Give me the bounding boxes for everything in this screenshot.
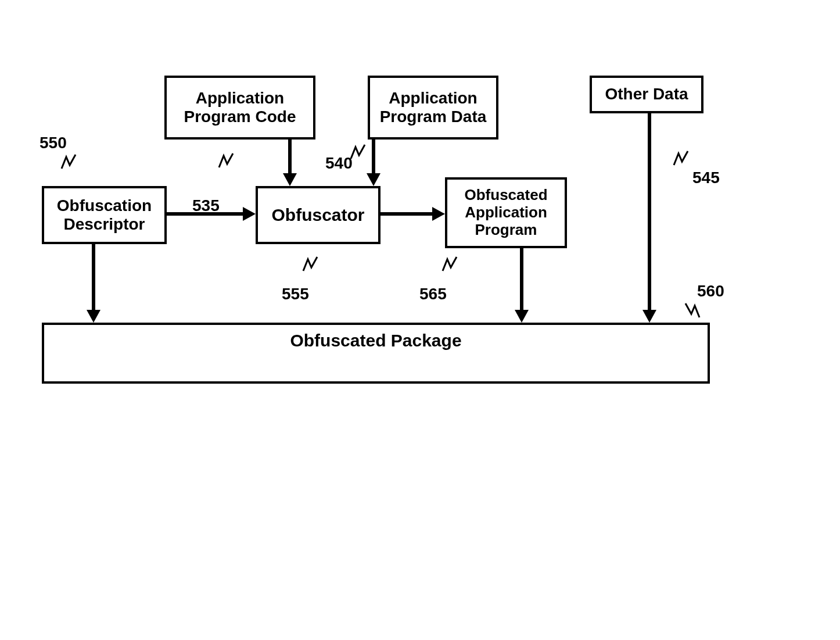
label-560: 560 [697, 282, 724, 301]
arrow-app-pkg-seg [520, 248, 523, 310]
label-565: 565 [419, 285, 447, 303]
box-app-data-text: ApplicationProgram Data [380, 89, 487, 126]
box-other-data: Other Data [590, 76, 703, 113]
arrow-appcode-obf-seg [288, 140, 292, 173]
arrow-desc-pkg-seg [92, 244, 95, 310]
arrow-obf-app-head [432, 207, 445, 221]
arrow-other-pkg-head [642, 310, 656, 323]
squiggle-565 [441, 256, 458, 272]
squiggle-555 [302, 256, 318, 272]
box-obf-app: ObfuscatedApplicationProgram [445, 177, 567, 248]
box-obf-desc: ObfuscationDescriptor [42, 186, 167, 244]
box-app-code: ApplicationProgram Code [164, 76, 315, 140]
box-obfuscator: Obfuscator [256, 186, 380, 244]
arrow-appdata-obf-head [367, 173, 380, 186]
box-obf-desc-text: ObfuscationDescriptor [57, 196, 152, 234]
arrow-appdata-obf-seg [372, 140, 375, 173]
arrow-appcode-obf-head [283, 173, 297, 186]
squiggle-550 [60, 153, 77, 170]
arrow-other-pkg-seg [648, 113, 651, 310]
box-obf-app-text: ObfuscatedApplicationProgram [464, 187, 547, 239]
label-555: 555 [282, 285, 309, 303]
box-other-data-text: Other Data [605, 85, 688, 103]
label-550: 550 [40, 134, 67, 152]
squiggle-560 [684, 302, 701, 319]
squiggle-535 [218, 152, 234, 169]
arrow-obf-app-seg [380, 212, 432, 216]
label-535: 535 [192, 196, 220, 215]
box-app-code-text: ApplicationProgram Code [184, 89, 296, 126]
box-app-data: ApplicationProgram Data [368, 76, 498, 140]
label-540: 540 [325, 154, 353, 173]
box-package-text: Obfuscated Package [290, 331, 461, 351]
label-545: 545 [692, 169, 720, 187]
arrow-desc-pkg-head [87, 310, 100, 323]
box-package: Obfuscated Package [42, 323, 710, 384]
squiggle-545 [673, 150, 689, 166]
arrow-app-pkg-head [515, 310, 529, 323]
diagram-canvas: ApplicationProgram Code ApplicationProgr… [0, 0, 840, 640]
arrow-desc-obf-head [243, 207, 256, 221]
box-obfuscator-text: Obfuscator [271, 205, 364, 226]
